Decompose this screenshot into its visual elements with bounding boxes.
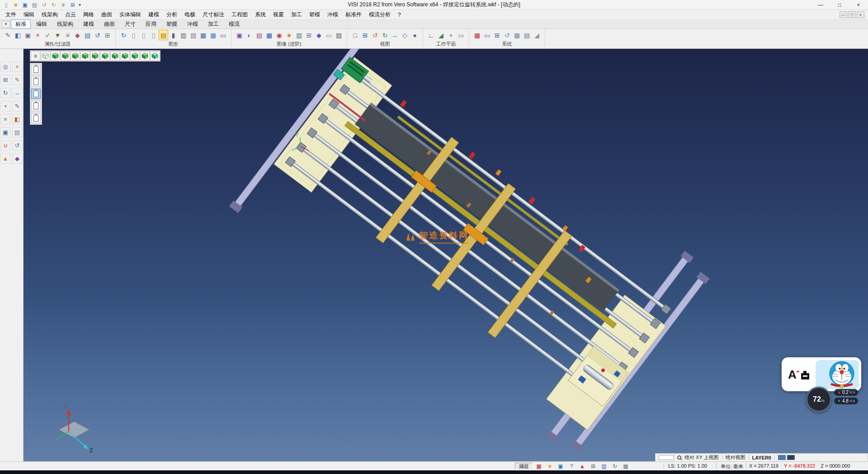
filter-check-icon[interactable]: ✓: [43, 30, 52, 40]
target-select-icon[interactable]: ◎: [0, 62, 11, 72]
palette-icon[interactable]: ◆: [12, 153, 23, 164]
back-view-button[interactable]: [120, 51, 130, 61]
active-color-swatch[interactable]: [778, 455, 786, 460]
iso-view-icon[interactable]: ◇: [400, 30, 410, 40]
flag-icon[interactable]: ▲: [0, 153, 11, 164]
iso-view-ne-button[interactable]: [51, 51, 60, 61]
left-view-button[interactable]: [130, 51, 140, 61]
image-grid-icon[interactable]: ⊞: [304, 30, 314, 40]
render-settings-icon[interactable]: ▭: [218, 30, 228, 40]
workplane-view-icon[interactable]: ▭: [456, 30, 466, 40]
undo-icon[interactable]: ↺: [40, 1, 48, 9]
maximize-button[interactable]: □: [830, 0, 849, 9]
menu-item[interactable]: 视窗: [269, 10, 288, 19]
status-tool-icon[interactable]: ▲: [579, 463, 586, 469]
material-icon[interactable]: ▤: [255, 30, 264, 40]
right-view-button[interactable]: [140, 51, 150, 61]
menu-item[interactable]: 曲面: [98, 10, 116, 19]
new-file-icon[interactable]: ▯: [2, 1, 10, 9]
menu-item[interactable]: 加工: [288, 10, 306, 19]
snap-button[interactable]: 捕捉: [515, 463, 533, 469]
level-board-2-button[interactable]: [31, 76, 41, 87]
gem-render-icon[interactable]: ◆: [314, 30, 324, 40]
pen-icon[interactable]: ✎: [12, 101, 23, 111]
download-progress-circle[interactable]: 72%: [806, 387, 831, 412]
3d-viewport[interactable]: Y Y Z ≡: [24, 49, 868, 461]
photo-render-icon[interactable]: ▨: [334, 30, 344, 40]
workplane-standard-icon[interactable]: ∟: [426, 30, 436, 40]
level-board-3-button[interactable]: [31, 89, 41, 99]
filter-funnel-icon[interactable]: ▼: [53, 30, 62, 40]
view-mode-label[interactable]: 绝对 XY 上视图: [684, 454, 719, 461]
menu-item[interactable]: 模流分析: [365, 10, 394, 19]
attribute-copy-icon[interactable]: ▣: [23, 30, 33, 40]
pan-icon[interactable]: ↔: [390, 30, 400, 40]
mdi-restore-button[interactable]: □: [848, 11, 856, 18]
status-table-icon[interactable]: ▦: [622, 463, 629, 469]
tool-icon[interactable]: [801, 373, 809, 379]
graphics-settings-icon[interactable]: ▦: [198, 30, 208, 40]
level-board-1-button[interactable]: [31, 64, 41, 75]
tab-application[interactable]: 应用: [141, 19, 161, 29]
light-icon[interactable]: ★: [284, 30, 294, 40]
menu-item[interactable]: 尺寸标注: [199, 10, 228, 19]
front-view-button[interactable]: [110, 51, 120, 61]
filter-reset-icon[interactable]: ↺: [93, 30, 102, 40]
taskbar[interactable]: [0, 470, 868, 474]
mdi-minimize-button[interactable]: —: [840, 11, 847, 18]
grid-settings-icon[interactable]: ⊞: [68, 1, 77, 9]
level-board-4-button[interactable]: [31, 101, 41, 111]
status-display-icon[interactable]: ▣: [557, 463, 564, 469]
tab-dimension[interactable]: 尺寸: [120, 19, 140, 29]
iso-view-sw-button[interactable]: [80, 51, 90, 61]
shaded-edges-icon[interactable]: ▥: [179, 30, 188, 40]
tab-surface[interactable]: 曲面: [99, 19, 119, 29]
save-icon[interactable]: ▣: [21, 1, 29, 9]
mdi-close-button[interactable]: ×: [857, 11, 864, 18]
measure-icon[interactable]: ↔: [12, 88, 23, 98]
grayscale-icon[interactable]: ▭: [324, 30, 334, 40]
layer-color-swatch[interactable]: [787, 455, 795, 460]
doraemon-avatar[interactable]: [816, 360, 859, 389]
system-table-icon[interactable]: ▦: [512, 30, 522, 40]
show-entity-icon[interactable]: ▯: [139, 30, 148, 40]
menu-item[interactable]: 线架构: [38, 10, 61, 19]
status-folder-icon[interactable]: ■: [546, 463, 553, 469]
menu-item[interactable]: ?: [394, 11, 405, 19]
menu-item[interactable]: 分析: [163, 10, 181, 19]
view-toolbar-menu-button[interactable]: ≡: [31, 51, 40, 61]
magnet-snap-icon[interactable]: ∪: [0, 140, 11, 151]
undo-small-icon[interactable]: ↺: [12, 140, 23, 151]
iso-view-se-button[interactable]: [71, 51, 80, 61]
level-board-5-button[interactable]: [31, 113, 41, 123]
open-folder-icon[interactable]: ■: [11, 1, 20, 9]
shaded-mode-icon[interactable]: ▮: [169, 30, 178, 40]
shade-toggle-icon[interactable]: ●: [410, 30, 420, 40]
redo-icon[interactable]: ↻: [49, 1, 58, 9]
move-icon[interactable]: +: [0, 101, 11, 111]
rotate-dynamic-icon[interactable]: ↻: [380, 30, 390, 40]
menu-item[interactable]: 网格: [80, 10, 98, 19]
note-icon[interactable]: ▤: [12, 127, 23, 137]
download-widget[interactable]: A: [782, 357, 861, 391]
menu-item[interactable]: 编辑: [20, 10, 38, 19]
grid-snap-icon[interactable]: ⊞: [0, 75, 11, 85]
trim-icon[interactable]: ×: [12, 62, 23, 72]
rotate-view-icon[interactable]: ↻: [0, 88, 11, 98]
menu-item[interactable]: 塑模: [306, 10, 324, 19]
contrast-icon[interactable]: ◐: [245, 30, 254, 40]
command-history-icon[interactable]: ≡: [59, 1, 67, 9]
attribute-brush-icon[interactable]: ◧: [13, 30, 23, 40]
attribute-pencil-icon[interactable]: ✎: [3, 30, 13, 40]
workplane-entity-icon[interactable]: +: [446, 30, 456, 40]
status-refresh-icon[interactable]: ↻: [611, 463, 618, 469]
tab-wireframe[interactable]: 线架构: [52, 19, 78, 29]
menu-item[interactable]: 标准件: [342, 10, 365, 19]
iso-view-nw-button[interactable]: [61, 51, 70, 61]
translucent-icon[interactable]: ▧: [189, 30, 198, 40]
menu-item[interactable]: 冲模: [324, 10, 342, 19]
hide-entity-icon[interactable]: ▯: [129, 30, 138, 40]
tab-modeling[interactable]: 建模: [79, 19, 99, 29]
status-save-icon[interactable]: ▥: [600, 463, 608, 469]
section-icon[interactable]: ▥: [294, 30, 304, 40]
